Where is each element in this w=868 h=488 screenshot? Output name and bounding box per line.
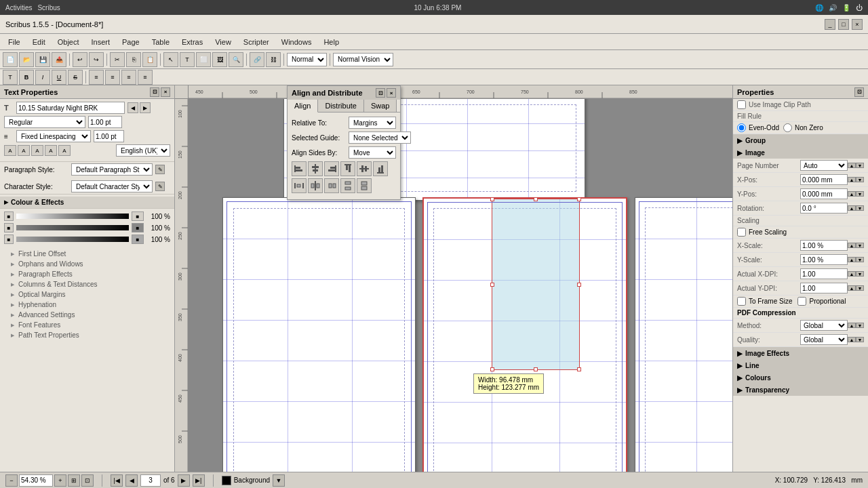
page-prev-btn[interactable]: ◀ [125, 474, 138, 487]
dist-top-btn[interactable] [340, 178, 355, 193]
activities-label[interactable]: Activities [5, 4, 32, 12]
dist-left-btn[interactable] [292, 178, 307, 193]
line-section[interactable]: ▶ Line [733, 359, 868, 371]
align-right-btn[interactable]: ≡ [121, 70, 136, 85]
paste-btn[interactable]: 📋 [142, 52, 157, 67]
fill-rule-even-odd[interactable] [737, 123, 746, 132]
t-style-btn[interactable]: T [3, 70, 18, 85]
align-panel-close-btn[interactable]: × [387, 88, 396, 98]
page-number-spin-up[interactable]: ▲ [848, 163, 856, 168]
colour-bar-1[interactable] [16, 214, 129, 219]
page-number-spin-down[interactable]: ▼ [856, 163, 864, 168]
colour-bar-2[interactable] [16, 225, 129, 230]
page-last-btn[interactable]: ▶| [193, 474, 205, 487]
image-effects-section[interactable]: ▶ Image Effects [733, 347, 868, 359]
method-select[interactable]: Global [800, 320, 848, 331]
colour-bar-3[interactable] [16, 237, 129, 242]
method-spin-up[interactable]: ▲ [848, 323, 856, 328]
align-panel-detach-btn[interactable]: ⊡ [376, 88, 385, 98]
align-center-btn[interactable]: ≡ [105, 70, 120, 85]
panel-close-btn[interactable]: × [161, 87, 170, 97]
vision-select[interactable]: Normal Vision [333, 53, 393, 66]
page-next-btn[interactable]: ▶ [178, 474, 190, 487]
unlink-btn[interactable]: ⛓ [266, 52, 281, 67]
paragraph-style-edit-btn[interactable]: ✎ [155, 165, 165, 174]
style-btn-4[interactable]: A [45, 145, 57, 156]
relative-to-select[interactable]: Margins Page Selection Guide [349, 117, 396, 129]
t-strike-btn[interactable]: S [68, 70, 83, 85]
background-dropdown-btn[interactable]: ▼ [273, 474, 285, 487]
select-btn[interactable]: ↖ [163, 52, 178, 67]
zoom-fit-btn[interactable]: ⊞ [68, 474, 80, 487]
style-btn-3[interactable]: A [31, 145, 43, 156]
t-under-btn[interactable]: U [52, 70, 66, 85]
scribus-app-label[interactable]: Scribus [37, 4, 60, 12]
menu-insert[interactable]: Insert [86, 37, 116, 47]
redo-btn[interactable]: ↪ [89, 52, 104, 67]
t-bold-btn[interactable]: B [19, 70, 34, 85]
selected-guide-select[interactable]: None Selected [349, 131, 411, 144]
minimize-button[interactable]: _ [825, 19, 835, 30]
columns-text-distances-section[interactable]: Columns & Text Distances [0, 279, 174, 289]
xpos-input[interactable] [800, 174, 848, 185]
handle-tr[interactable] [577, 197, 581, 201]
zoom-in-btn[interactable]: + [54, 474, 66, 487]
quality-spin-down[interactable]: ▼ [856, 337, 864, 342]
xscale-input[interactable] [800, 240, 848, 251]
quality-spin-up[interactable]: ▲ [848, 337, 856, 342]
proportional-checkbox[interactable] [797, 297, 806, 306]
zoom-input[interactable] [19, 474, 53, 487]
frame-btn[interactable]: ⬜ [196, 52, 211, 67]
to-frame-size-checkbox[interactable] [737, 297, 746, 306]
zoom-btn[interactable]: 🔍 [229, 52, 243, 67]
page-first-btn[interactable]: |◀ [111, 474, 123, 487]
page-number-input[interactable] [140, 474, 161, 487]
font-style-select[interactable]: Regular [4, 116, 85, 128]
ydpi-spin-down[interactable]: ▼ [856, 285, 864, 291]
linespacing-input[interactable] [94, 130, 124, 142]
dist-right-btn[interactable] [324, 178, 339, 193]
font-features-section[interactable]: Font Features [0, 320, 174, 330]
style-btn-2[interactable]: A [18, 145, 30, 156]
path-text-properties-section[interactable]: Path Text Properties [0, 330, 174, 340]
image-section[interactable]: ▶ Image [733, 146, 868, 159]
xscale-spin-up[interactable]: ▲ [848, 243, 856, 248]
xpos-spin-up[interactable]: ▲ [848, 177, 856, 182]
save-btn[interactable]: 💾 [35, 52, 50, 67]
rotation-input[interactable] [800, 203, 848, 214]
align-center-v-btn[interactable] [357, 161, 372, 176]
menu-windows[interactable]: Windows [276, 37, 317, 47]
panel-detach-btn[interactable]: ⊡ [150, 87, 159, 97]
colour-swatch-3[interactable]: ■ [4, 235, 14, 244]
menu-view[interactable]: View [210, 37, 237, 47]
ypos-spin-up[interactable]: ▲ [848, 191, 856, 197]
properties-detach-btn[interactable]: ⊡ [854, 87, 864, 97]
ypos-input[interactable] [800, 188, 848, 199]
tab-distribute[interactable]: Distribute [318, 100, 363, 112]
new-btn[interactable]: 📄 [3, 52, 18, 67]
menu-help[interactable]: Help [318, 37, 344, 47]
paragraph-style-select[interactable]: Default Paragraph Style [71, 163, 153, 176]
menu-page[interactable]: Page [117, 37, 145, 47]
optical-margins-section[interactable]: Optical Margins [0, 289, 174, 300]
align-right-btn[interactable] [324, 161, 339, 176]
font-name-input[interactable] [16, 102, 125, 114]
colour-swatch-2[interactable]: ■ [4, 223, 14, 232]
align-bottom-btn[interactable] [373, 161, 388, 176]
fill-rule-non-zero[interactable] [783, 123, 792, 132]
font-prev-btn[interactable]: ◀ [127, 102, 138, 113]
transparency-section[interactable]: ▶ Transparency [733, 384, 868, 396]
yscale-input[interactable] [800, 254, 848, 265]
free-scaling-checkbox[interactable] [737, 228, 746, 237]
style-btn-1[interactable]: A [4, 145, 16, 156]
rotation-spin-up[interactable]: ▲ [848, 205, 856, 211]
menu-edit[interactable]: Edit [27, 37, 51, 47]
handle-tl[interactable] [490, 197, 494, 201]
align-sides-select[interactable]: Move Resize [349, 146, 396, 159]
xscale-spin-down[interactable]: ▼ [856, 243, 864, 248]
colour-section-header[interactable]: ▶ Colour & Effects [0, 197, 174, 209]
paragraph-effects-section[interactable]: Paragraph Effects [0, 269, 174, 279]
language-select[interactable]: English (UK) [116, 144, 170, 157]
t-italic-btn[interactable]: I [35, 70, 50, 85]
text-btn[interactable]: T [180, 52, 195, 67]
